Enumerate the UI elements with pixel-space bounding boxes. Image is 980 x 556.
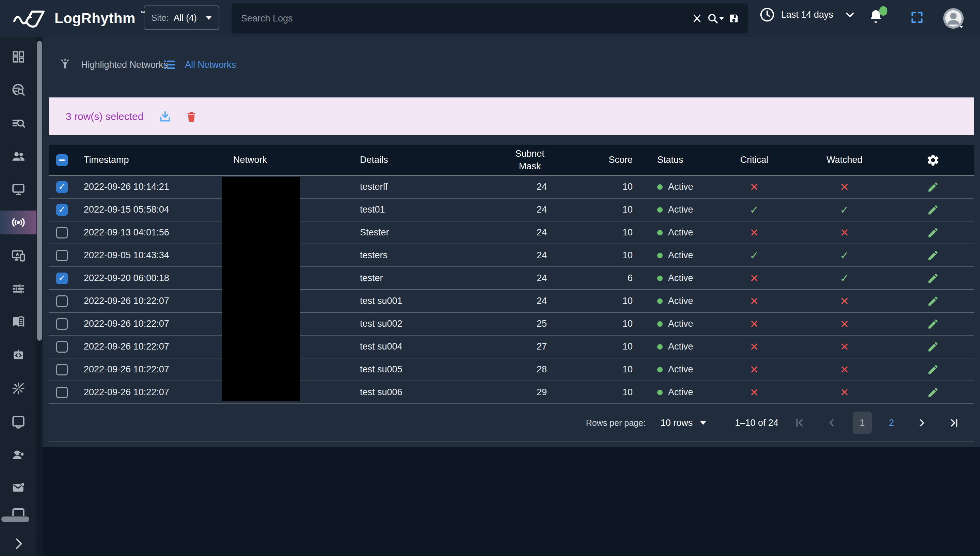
- critical-mark-icon: ✕: [750, 295, 759, 308]
- download-selected-button[interactable]: [158, 110, 172, 123]
- sidebar-item-analyze[interactable]: [0, 377, 36, 400]
- search-options-caret-icon[interactable]: [719, 17, 724, 20]
- column-header-timestamp[interactable]: Timestamp: [81, 145, 231, 175]
- cell-details: testers: [358, 244, 491, 267]
- cell-timestamp: 2022-09-26 10:22:07: [81, 359, 231, 381]
- chevron-down-icon: [844, 9, 856, 21]
- edit-row-button[interactable]: [927, 204, 939, 216]
- row-checkbox[interactable]: [56, 204, 68, 216]
- tab-highlighted-networks[interactable]: Highlighted Networks: [58, 55, 168, 75]
- sidebar-item-people[interactable]: [0, 144, 36, 168]
- sidebar-item-knowledge-book[interactable]: [0, 310, 36, 334]
- time-range-selector[interactable]: Last 14 days: [759, 7, 856, 23]
- save-search-icon[interactable]: [725, 8, 743, 29]
- table-row[interactable]: 2022-09-05 10:43:34 testers 24 10 Active…: [49, 244, 974, 267]
- edit-row-button[interactable]: [927, 249, 939, 262]
- sidebar-item-deployment[interactable]: [0, 343, 36, 367]
- row-checkbox[interactable]: [56, 181, 68, 193]
- user-avatar[interactable]: [943, 8, 964, 29]
- search-input[interactable]: [232, 13, 688, 24]
- edit-row-button[interactable]: [927, 226, 939, 239]
- sidebar-item-admin[interactable]: [0, 443, 36, 466]
- status-dot-icon: [657, 253, 662, 258]
- table-row[interactable]: 2022-09-26 10:14:21 testerff 24 10 Activ…: [49, 176, 974, 199]
- clear-search-icon[interactable]: [688, 8, 706, 29]
- row-checkbox[interactable]: [56, 318, 68, 330]
- next-page-button[interactable]: [911, 412, 933, 434]
- status-label: Active: [668, 341, 693, 352]
- site-label: Site:: [151, 13, 169, 23]
- search-icon[interactable]: [706, 8, 725, 29]
- fullscreen-button[interactable]: [910, 10, 924, 24]
- column-header-watched[interactable]: Watched: [797, 145, 892, 175]
- sidebar-item-devices[interactable]: [0, 244, 36, 268]
- edit-row-button[interactable]: [927, 318, 939, 330]
- cell-timestamp: 2022-09-26 10:22:07: [81, 336, 231, 358]
- sidebar-item-browser-tab[interactable]: [0, 409, 36, 433]
- content-panel: Highlighted Networks All Networks 3 row(…: [43, 37, 980, 447]
- row-checkbox[interactable]: [56, 296, 68, 307]
- column-header-network[interactable]: Network: [231, 145, 358, 175]
- sidebar-item-monitor[interactable]: [0, 178, 36, 201]
- edit-row-button[interactable]: [927, 386, 939, 399]
- cell-details: test su001: [358, 290, 491, 312]
- row-checkbox[interactable]: [56, 387, 68, 398]
- table-row[interactable]: 2022-09-13 04:01:56 Stester 24 10 Active…: [49, 221, 974, 244]
- cell-subnet-mask: 29: [491, 381, 548, 403]
- row-checkbox[interactable]: [56, 227, 68, 239]
- cell-timestamp: 2022-09-20 06:00:18: [81, 267, 231, 289]
- tune-icon: [11, 282, 26, 296]
- sidebar-scrollbar-thumb[interactable]: [37, 41, 42, 341]
- row-checkbox[interactable]: [56, 341, 68, 352]
- site-selector[interactable]: Site: All (4): [144, 5, 219, 30]
- edit-row-button[interactable]: [927, 181, 939, 193]
- sidebar-item-log-search[interactable]: [0, 112, 36, 135]
- sidebar-item-mail[interactable]: [0, 475, 36, 499]
- table-row[interactable]: 2022-09-26 10:22:07 test su002 25 10 Act…: [49, 313, 974, 336]
- column-header-critical[interactable]: Critical: [712, 145, 797, 175]
- notification-badge: [879, 6, 887, 16]
- status-label: Active: [668, 227, 693, 238]
- row-checkbox[interactable]: [56, 250, 68, 261]
- column-settings-button[interactable]: [892, 145, 974, 175]
- last-page-button[interactable]: [943, 412, 965, 434]
- table-row[interactable]: 2022-09-26 10:22:07 test su001 24 10 Act…: [49, 290, 974, 313]
- table-row[interactable]: 2022-09-26 10:22:07 test su006 29 10 Act…: [49, 381, 974, 404]
- cell-timestamp: 2022-09-13 04:01:56: [81, 221, 231, 244]
- sidebar-item-network-monitor[interactable]: [0, 210, 36, 234]
- sidebar-item-dashboard[interactable]: [0, 45, 36, 69]
- first-page-button[interactable]: [789, 412, 811, 434]
- sidebar-item-tune[interactable]: [0, 277, 36, 301]
- select-all-checkbox[interactable]: [56, 154, 68, 166]
- sidebar-footer-divider: [0, 527, 36, 527]
- notifications-button[interactable]: [868, 8, 888, 29]
- browser-tab-icon: [11, 414, 26, 428]
- row-checkbox[interactable]: [56, 364, 68, 375]
- sidebar-item-web-search[interactable]: [0, 78, 36, 102]
- tab-all-networks[interactable]: All Networks: [163, 55, 236, 75]
- column-header-details[interactable]: Details: [358, 145, 491, 175]
- status-label: Active: [668, 182, 693, 192]
- column-header-score[interactable]: Score: [548, 145, 633, 175]
- edit-row-button[interactable]: [927, 272, 939, 284]
- previous-page-button[interactable]: [820, 412, 843, 434]
- edit-row-button[interactable]: [927, 364, 939, 376]
- column-header-subnet-mask[interactable]: Subnet Mask: [491, 145, 548, 175]
- table-row[interactable]: 2022-09-26 10:22:07 test su005 28 10 Act…: [49, 359, 974, 381]
- row-checkbox[interactable]: [56, 273, 68, 284]
- status-label: Active: [668, 296, 693, 306]
- sidebar-item-partial[interactable]: [0, 504, 36, 516]
- column-header-status[interactable]: Status: [633, 145, 712, 175]
- rows-per-page-select[interactable]: 10 rows: [661, 418, 706, 428]
- table-row[interactable]: 2022-09-20 06:00:18 tester 24 6 Active ✕…: [49, 267, 974, 290]
- networks-table: Timestamp Network Details Subnet Mask Sc…: [49, 145, 974, 442]
- sidebar-expand-button[interactable]: [0, 532, 36, 556]
- page-button-1[interactable]: 1: [853, 412, 872, 434]
- edit-row-button[interactable]: [927, 341, 939, 353]
- table-row[interactable]: 2022-09-26 10:22:07 test su004 27 10 Act…: [49, 336, 974, 359]
- delete-selected-button[interactable]: [185, 110, 198, 123]
- sidebar-horizontal-scrollbar[interactable]: [2, 517, 29, 522]
- table-row[interactable]: 2022-09-15 05:58:04 test01 24 10 Active …: [49, 199, 974, 221]
- page-button-2[interactable]: 2: [882, 412, 901, 434]
- edit-row-button[interactable]: [927, 295, 939, 307]
